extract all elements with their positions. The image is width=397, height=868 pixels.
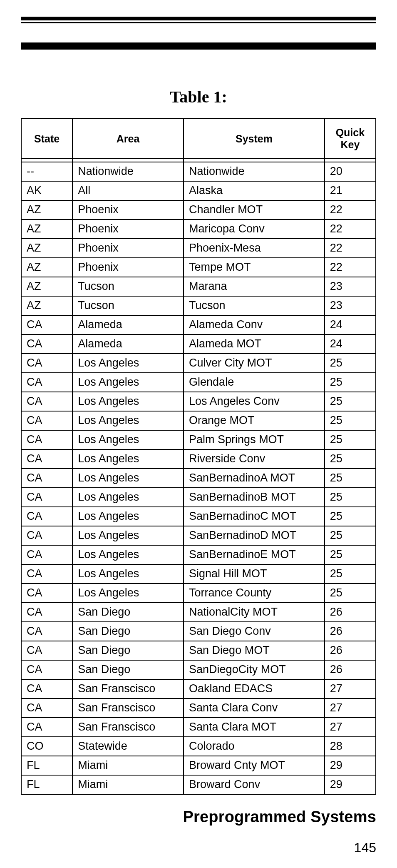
table-row: FLMiamiBroward Cnty MOT29	[21, 756, 376, 775]
table-cell: Colorado	[184, 737, 325, 756]
table-cell: SanBernadinoA MOT	[184, 469, 325, 488]
table-cell: Phoenix	[72, 200, 184, 219]
table-cell: Los Angeles	[72, 469, 184, 488]
table-cell: Tucson	[184, 296, 325, 315]
table-cell: Los Angeles	[72, 373, 184, 392]
table-cell: CA	[21, 411, 72, 430]
table-cell: FL	[21, 756, 72, 775]
table-cell: AZ	[21, 219, 72, 239]
table-cell: 24	[325, 334, 376, 354]
table-cell: AK	[21, 181, 72, 200]
table-row: CALos AngelesSanBernadinoB MOT25	[21, 488, 376, 507]
table-cell: AZ	[21, 277, 72, 296]
table-cell: Miami	[72, 756, 184, 775]
table-row: CALos AngelesRiverside Conv25	[21, 449, 376, 469]
table-row: CALos AngelesTorrance County25	[21, 584, 376, 603]
table-cell: Tempe MOT	[184, 258, 325, 277]
table-cell: 24	[325, 315, 376, 334]
table-row: CALos AngelesLos Angeles Conv25	[21, 392, 376, 411]
table-row: CALos AngelesOrange MOT25	[21, 411, 376, 430]
header-thick-rule	[21, 42, 376, 50]
table-cell: CA	[21, 564, 72, 584]
table-cell: CA	[21, 334, 72, 354]
table-cell: San Diego MOT	[184, 641, 325, 660]
table-row: CALos AngelesSanBernadinoD MOT25	[21, 526, 376, 545]
table-row: CALos AngelesCulver City MOT25	[21, 354, 376, 373]
table-cell: 23	[325, 296, 376, 315]
table-cell: Glendale	[184, 373, 325, 392]
table-cell: CA	[21, 354, 72, 373]
table-cell: CA	[21, 526, 72, 545]
table-row: CALos AngelesSignal Hill MOT25	[21, 564, 376, 584]
table-cell: Statewide	[72, 737, 184, 756]
col-header-quickkey: Quick Key	[325, 119, 376, 159]
table-cell: AZ	[21, 239, 72, 258]
table-cell: Los Angeles	[72, 584, 184, 603]
table-cell: Phoenix	[72, 239, 184, 258]
table-cell: SanBernadinoE MOT	[184, 545, 325, 564]
table-cell: 25	[325, 564, 376, 584]
table-cell: 25	[325, 430, 376, 449]
table-row: AZTucsonMarana23	[21, 277, 376, 296]
table-cell: Palm Springs MOT	[184, 430, 325, 449]
table-cell: AZ	[21, 258, 72, 277]
table-cell: 25	[325, 488, 376, 507]
table-cell: Los Angeles	[72, 507, 184, 526]
table-cell: Miami	[72, 775, 184, 794]
table-body: --NationwideNationwide20AKAllAlaska21AZP…	[21, 162, 376, 794]
table-cell: Riverside Conv	[184, 449, 325, 469]
table-row: CASan DiegoSanDiegoCity MOT26	[21, 660, 376, 679]
table-cell: San Diego	[72, 603, 184, 622]
table-row: AZPhoenixTempe MOT22	[21, 258, 376, 277]
table-cell: 25	[325, 545, 376, 564]
table-cell: SanBernadinoD MOT	[184, 526, 325, 545]
col-header-area: Area	[72, 119, 184, 159]
table-cell: Phoenix	[72, 258, 184, 277]
table-cell: CA	[21, 469, 72, 488]
table-cell: 22	[325, 200, 376, 219]
table-cell: 25	[325, 449, 376, 469]
table-row: FLMiamiBroward Conv29	[21, 775, 376, 794]
page-number: 145	[21, 840, 376, 856]
table-cell: San Diego	[72, 660, 184, 679]
table-cell: CA	[21, 622, 72, 641]
table-row: CAAlamedaAlameda MOT24	[21, 334, 376, 354]
table-cell: Nationwide	[72, 162, 184, 181]
table-row: AZPhoenixMaricopa Conv22	[21, 219, 376, 239]
table-cell: Phoenix-Mesa	[184, 239, 325, 258]
table-cell: Maricopa Conv	[184, 219, 325, 239]
table-row: CALos AngelesSanBernadinoE MOT25	[21, 545, 376, 564]
table-cell: Nationwide	[184, 162, 325, 181]
table-cell: Los Angeles	[72, 488, 184, 507]
table-cell: 28	[325, 737, 376, 756]
table-cell: 25	[325, 584, 376, 603]
table-cell: 22	[325, 239, 376, 258]
table-cell: Marana	[184, 277, 325, 296]
table-cell: 25	[325, 354, 376, 373]
table-cell: Tucson	[72, 277, 184, 296]
table-row: --NationwideNationwide20	[21, 162, 376, 181]
table-cell: 25	[325, 526, 376, 545]
table-cell: San Franscisco	[72, 679, 184, 698]
table-cell: 25	[325, 469, 376, 488]
table-cell: 27	[325, 679, 376, 698]
table-cell: 25	[325, 392, 376, 411]
col-header-state: State	[21, 119, 72, 159]
table-cell: Los Angeles	[72, 564, 184, 584]
table-row: AKAllAlaska21	[21, 181, 376, 200]
table-cell: 25	[325, 373, 376, 392]
table-cell: CA	[21, 488, 72, 507]
table-cell: 29	[325, 775, 376, 794]
header-double-rule	[21, 17, 376, 23]
table-cell: CA	[21, 603, 72, 622]
table-cell: 25	[325, 507, 376, 526]
table-cell: Los Angeles	[72, 449, 184, 469]
table-cell: Alameda Conv	[184, 315, 325, 334]
table-cell: Los Angeles	[72, 545, 184, 564]
table-cell: CA	[21, 392, 72, 411]
table-cell: Alameda	[72, 334, 184, 354]
page: Table 1: State Area System Quick Key --N…	[0, 0, 397, 868]
table-cell: 22	[325, 219, 376, 239]
table-cell: 21	[325, 181, 376, 200]
table-cell: Alameda	[72, 315, 184, 334]
